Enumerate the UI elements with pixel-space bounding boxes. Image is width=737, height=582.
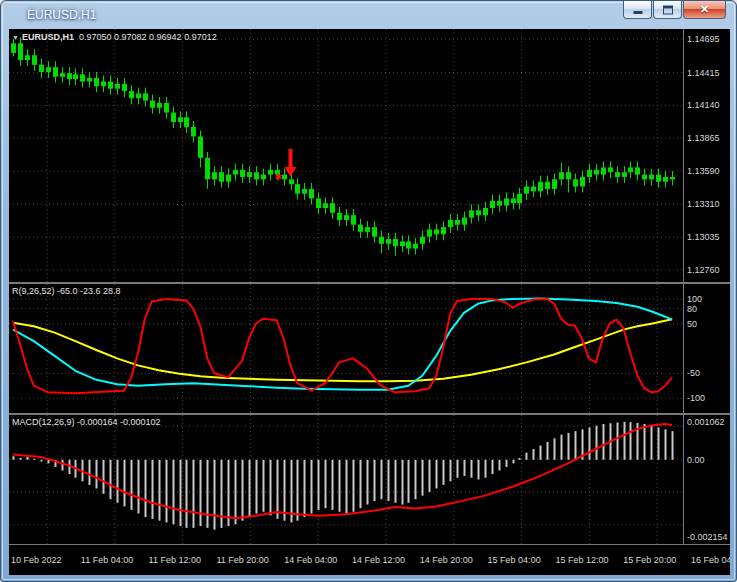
time-axis-label: 14 Feb 12:00 <box>352 555 405 565</box>
time-axis-label: 11 Feb 04:00 <box>81 555 133 565</box>
high-value: 0.97082 <box>114 32 147 42</box>
axis-scale-label: 1.13865 <box>687 133 720 143</box>
macd-values: -0.000164 -0.000102 <box>77 417 161 427</box>
time-axis-label: 11 Feb 12:00 <box>149 555 201 565</box>
macd-indicator-panel[interactable] <box>9 415 683 544</box>
time-axis-label: 15 Feb 04:00 <box>488 555 541 565</box>
window-title: EURUSD,H1 <box>27 8 96 22</box>
time-axis-label: 14 Feb 04:00 <box>284 555 337 565</box>
maximize-restore-button[interactable] <box>653 1 682 19</box>
axis-scale-label: 1.12760 <box>687 265 720 275</box>
window-titlebar[interactable]: EURUSD,H1 ✕ <box>1 1 736 29</box>
axis-scale-label: -50 <box>687 368 700 378</box>
axis-scale-label: 1.13310 <box>687 199 720 209</box>
oscillator-label: R(9,26,52) <box>12 286 55 296</box>
window-controls: ✕ <box>623 1 726 19</box>
oscillator-indicator-panel[interactable] <box>9 284 683 413</box>
axis-scale-label: 50 <box>687 319 697 329</box>
time-axis-label: 16 Feb 04:00 <box>691 555 730 565</box>
close-icon: ✕ <box>684 1 725 18</box>
macd-label: MACD(12,26,9) <box>12 417 75 427</box>
axis-scale-label: -100 <box>687 393 705 403</box>
time-axis-label: 10 Feb 2022 <box>11 555 62 565</box>
close-value: 0.97012 <box>184 32 217 42</box>
axis-scale-label: 1.13590 <box>687 166 720 176</box>
axis-scale-label: 1.14140 <box>687 100 720 110</box>
low-value: 0.96942 <box>149 32 182 42</box>
axis-scale-label: 80 <box>687 304 697 314</box>
axis-scale-label: 100 <box>687 294 702 304</box>
open-value: 0.97050 <box>79 32 112 42</box>
axis-scale-label: 1.14695 <box>687 34 720 44</box>
time-axis-label: 11 Feb 20:00 <box>216 555 268 565</box>
panel-resize-separator[interactable] <box>9 413 730 415</box>
axis-scale-label: 0.00 <box>687 455 705 465</box>
chart-client-area: ✱ 1.146951.144151.141401.138651.135901.1… <box>9 29 730 575</box>
time-axis-label: 14 Feb 20:00 <box>420 555 473 565</box>
axis-scale-label: -0.002154 <box>687 532 728 542</box>
minimize-button[interactable] <box>623 1 652 19</box>
price-axis[interactable]: 1.146951.144151.141401.138651.135901.133… <box>683 29 730 544</box>
minimize-icon <box>633 11 642 14</box>
candlestick-chart-panel[interactable]: ✱ <box>9 29 683 282</box>
restore-icon <box>663 5 673 14</box>
time-axis[interactable]: 10 Feb 202211 Feb 04:0011 Feb 12:0011 Fe… <box>9 544 730 575</box>
time-axis-label: 15 Feb 20:00 <box>623 555 676 565</box>
axis-scale-label: 1.14415 <box>687 68 720 78</box>
terminal-window: EURUSD,H1 ✕ ✱ 1.146951.144151.141401.138… <box>0 0 737 582</box>
macd-info: MACD(12,26,9) -0.000164 -0.000102 <box>12 417 161 427</box>
close-button[interactable]: ✕ <box>683 1 726 19</box>
symbol-label: EURUSD,H1 <box>22 32 74 42</box>
oscillator-values: -65.0 -23.6 28.8 <box>57 286 121 296</box>
star-annotation: ✱ <box>275 172 283 182</box>
symbol-ohlc-info: ▼EURUSD,H1 0.97050 0.97082 0.96942 0.970… <box>12 32 217 42</box>
panel-resize-separator[interactable] <box>9 282 730 284</box>
chevron-down-icon[interactable]: ▼ <box>12 34 19 41</box>
time-axis-label: 15 Feb 12:00 <box>555 555 608 565</box>
axis-scale-label: 1.13035 <box>687 232 720 242</box>
axis-scale-label: 0.001062 <box>687 417 725 427</box>
oscillator-info: R(9,26,52) -65.0 -23.6 28.8 <box>12 286 121 296</box>
